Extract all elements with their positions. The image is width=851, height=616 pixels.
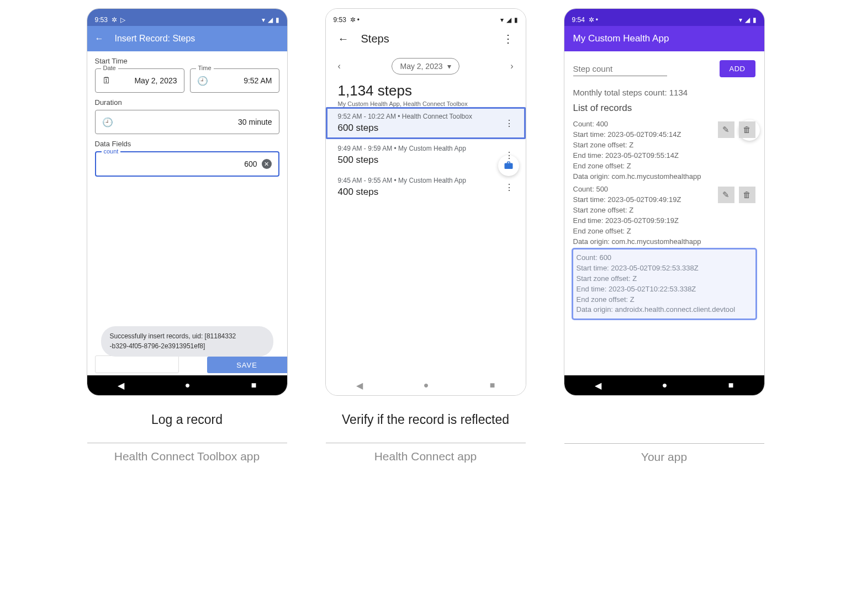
- status-bar: 9:54 ✲ • ▾ ◢ ▮: [564, 9, 764, 26]
- app-bar: ← Insert Record: Steps: [87, 26, 287, 51]
- pinwheel-icon: ✲: [589, 16, 594, 24]
- steps-entry[interactable]: 9:45 AM - 9:55 AM • My Custom Health App…: [326, 171, 526, 203]
- entry-value: 500 steps: [338, 155, 514, 166]
- more-icon[interactable]: ⋮: [503, 32, 514, 45]
- screen-title: Insert Record: Steps: [115, 34, 195, 44]
- monthly-total: Monthly total steps count: 1134: [573, 88, 755, 97]
- duration-label: Duration: [87, 93, 287, 110]
- nav-recents-icon[interactable]: ■: [728, 380, 734, 390]
- entry-meta: 9:45 AM - 9:55 AM • My Custom Health App: [338, 177, 514, 184]
- duration-field[interactable]: 🕘 30 minute: [95, 110, 279, 134]
- entry-meta: 9:52 AM - 10:22 AM • Health Connect Tool…: [338, 113, 514, 120]
- back-icon[interactable]: ←: [95, 34, 104, 44]
- phone-toolbox: 9:53 ✲ ▷ ▾ ◢ ▮ ← Insert Record: Steps St…: [87, 8, 288, 396]
- clock: 9:54: [572, 16, 585, 24]
- signal-icon: ◢: [745, 16, 750, 24]
- prev-day-icon[interactable]: ‹: [338, 61, 341, 71]
- caption-left: Log a record: [151, 412, 223, 427]
- next-day-icon[interactable]: ›: [510, 61, 513, 71]
- more-icon[interactable]: ⋮: [505, 150, 514, 161]
- pinwheel-icon: ✲: [112, 16, 117, 24]
- play-icon: ▷: [120, 16, 125, 24]
- caption-right: Verify if the record is reflected: [342, 412, 509, 427]
- pinwheel-icon: ✲: [350, 16, 356, 24]
- date-picker[interactable]: May 2, 2023 ▾: [392, 58, 459, 75]
- steps-entry[interactable]: 9:49 AM - 9:59 AM • My Custom Health App…: [326, 139, 526, 171]
- total-block: 1,134 steps My Custom Health App, Health…: [326, 81, 526, 107]
- record-item: Count: 600Start time: 2023-05-02T09:52:5…: [573, 249, 755, 319]
- nav-home-icon[interactable]: ●: [662, 380, 668, 390]
- save-button[interactable]: SAVE: [207, 357, 287, 373]
- nav-back-icon[interactable]: ◀: [595, 380, 601, 391]
- more-icon[interactable]: ⋮: [505, 182, 514, 193]
- app-bar: ← Steps ⋮: [326, 26, 526, 51]
- chevron-down-icon: ▾: [447, 62, 451, 71]
- back-icon[interactable]: ←: [338, 33, 349, 45]
- wifi-icon: ▾: [739, 16, 742, 24]
- toast: Successfully insert records, uid: [81184…: [101, 326, 273, 357]
- wifi-icon: ▾: [500, 16, 504, 24]
- battery-icon: ▮: [276, 16, 279, 24]
- phone-health-connect: 9:53 ✲ • ▾ ◢ ▮ ← Steps ⋮ ‹ May 2, 2023 ▾: [325, 8, 526, 396]
- screen-title: Steps: [361, 33, 389, 45]
- system-nav: ◀ ● ■: [564, 375, 764, 395]
- list-header: List of records: [573, 103, 755, 114]
- nav-recents-icon[interactable]: ■: [490, 380, 495, 390]
- add-button[interactable]: ADD: [720, 60, 755, 77]
- system-nav: ◀ ● ■: [87, 375, 287, 395]
- calendar-icon: 🗓: [102, 76, 111, 86]
- record-item: Count: 500Start time: 2023-05-02T09:49:1…: [573, 184, 755, 247]
- nav-recents-icon[interactable]: ■: [251, 380, 257, 390]
- battery-icon: ▮: [514, 16, 518, 24]
- battery-icon: ▮: [753, 16, 757, 24]
- sub-mid: Health Connect app: [374, 450, 477, 463]
- nav-home-icon[interactable]: ●: [185, 380, 191, 390]
- edit-button[interactable]: ✎: [718, 121, 734, 138]
- record-item: Count: 400Start time: 2023-05-02T09:45:1…: [573, 119, 755, 182]
- delete-button[interactable]: 🗑: [739, 187, 755, 203]
- signal-icon: ◢: [268, 16, 273, 24]
- phone-your-app: 9:54 ✲ • ▾ ◢ ▮ My Custom Health App ADD …: [564, 8, 765, 396]
- count-field[interactable]: count 600 ✕: [95, 151, 279, 177]
- clock: 9:53: [334, 16, 346, 24]
- edit-button[interactable]: ✎: [718, 187, 734, 203]
- cancel-button[interactable]: [95, 355, 179, 373]
- sub-right: Your app: [641, 450, 687, 464]
- entry-value: 600 steps: [338, 123, 514, 134]
- entry-value: 400 steps: [338, 187, 514, 198]
- wifi-icon: ▾: [262, 16, 265, 24]
- more-icon[interactable]: ⋮: [505, 118, 514, 129]
- time-field[interactable]: Time 🕘 9:52 AM: [190, 68, 279, 93]
- status-bar: 9:53 ✲ • ▾ ◢ ▮: [326, 9, 526, 26]
- nav-back-icon[interactable]: ◀: [356, 380, 363, 391]
- signal-icon: ◢: [506, 16, 511, 24]
- status-bar: 9:53 ✲ ▷ ▾ ◢ ▮: [87, 9, 287, 26]
- step-count-input[interactable]: [573, 62, 667, 76]
- sub-left: Health Connect Toolbox app: [114, 450, 260, 463]
- app-bar: My Custom Health App: [564, 26, 764, 51]
- entry-meta: 9:49 AM - 9:59 AM • My Custom Health App: [338, 145, 514, 152]
- delete-button[interactable]: 🗑: [739, 121, 755, 138]
- system-nav: ◀ ● ■: [326, 375, 526, 395]
- clear-icon[interactable]: ✕: [262, 159, 272, 169]
- nav-home-icon[interactable]: ●: [424, 380, 429, 390]
- app-title: My Custom Health App: [573, 33, 669, 44]
- nav-back-icon[interactable]: ◀: [118, 380, 124, 391]
- clock-icon: 🕘: [102, 117, 113, 128]
- clock-icon: 🕘: [197, 76, 208, 86]
- steps-entry[interactable]: 9:52 AM - 10:22 AM • Health Connect Tool…: [326, 107, 526, 139]
- clock: 9:53: [95, 16, 108, 24]
- date-field[interactable]: Date 🗓 May 2, 2023: [95, 68, 184, 93]
